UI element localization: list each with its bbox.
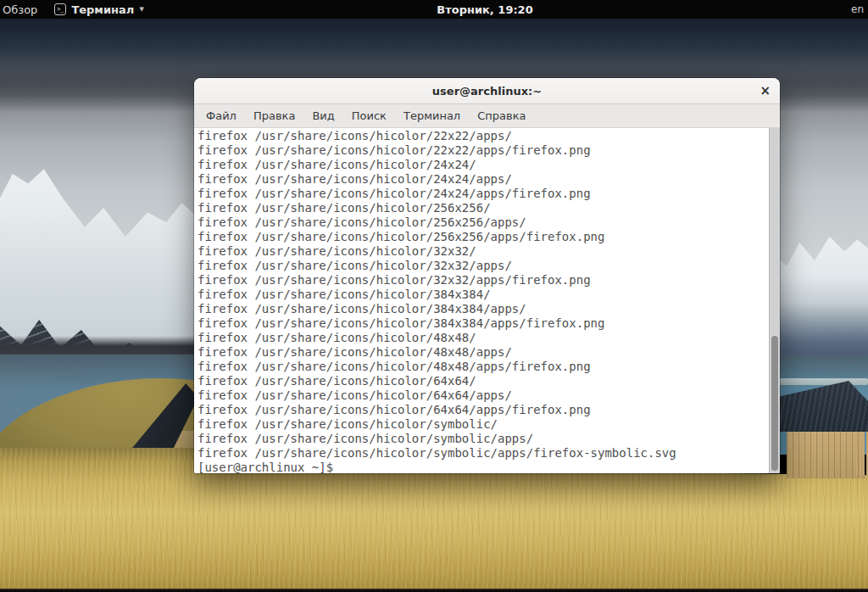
- terminal-content[interactable]: firefox /usr/share/icons/hicolor/22x22/a…: [194, 128, 780, 473]
- terminal-line: firefox /usr/share/icons/hicolor/24x24/: [198, 158, 780, 172]
- terminal-line: firefox /usr/share/icons/hicolor/32x32/a…: [198, 273, 780, 288]
- menu-item[interactable]: Правка: [245, 106, 303, 126]
- window-titlebar[interactable]: user@archlinux:~ ×: [194, 78, 780, 104]
- terminal-line: firefox /usr/share/icons/hicolor/384x384…: [198, 316, 780, 331]
- menu-bar: ФайлПравкаВидПоискТерминалСправка: [194, 104, 780, 128]
- menu-item[interactable]: Справка: [469, 106, 534, 126]
- activities-button[interactable]: Обзор: [0, 3, 44, 16]
- terminal-line: firefox /usr/share/icons/hicolor/32x32/a…: [198, 259, 780, 273]
- terminal-line: firefox /usr/share/icons/hicolor/32x32/: [198, 244, 780, 259]
- scrollbar-thumb[interactable]: [771, 336, 778, 471]
- focused-app-menu[interactable]: >_ Терминал ▼: [54, 3, 143, 16]
- focused-app-label: Терминал: [71, 3, 134, 16]
- terminal-line: firefox /usr/share/icons/hicolor/256x256…: [198, 215, 780, 230]
- screen-bottom-strip: [0, 589, 868, 592]
- terminal-line: firefox /usr/share/icons/hicolor/64x64/a…: [198, 388, 780, 403]
- terminal-line: firefox /usr/share/icons/hicolor/symboli…: [198, 417, 780, 432]
- terminal-line: firefox /usr/share/icons/hicolor/symboli…: [198, 446, 780, 461]
- terminal-line: firefox /usr/share/icons/hicolor/64x64/: [198, 374, 780, 388]
- prompt-line: [user@archlinux ~]$: [198, 461, 780, 473]
- terminal-line: firefox /usr/share/icons/hicolor/symboli…: [198, 432, 780, 446]
- terminal-line: firefox /usr/share/icons/hicolor/384x384…: [198, 302, 780, 316]
- chevron-down-icon: ▼: [139, 6, 143, 13]
- terminal-window: user@archlinux:~ × ФайлПравкаВидПоискТер…: [194, 78, 780, 473]
- menu-item[interactable]: Терминал: [395, 106, 469, 126]
- terminal-line: firefox /usr/share/icons/hicolor/22x22/a…: [198, 129, 780, 143]
- terminal-line: firefox /usr/share/icons/hicolor/64x64/a…: [198, 403, 780, 417]
- clock-button[interactable]: Вторник, 19:20: [437, 3, 532, 16]
- menu-item[interactable]: Поиск: [343, 106, 395, 126]
- terminal-line: firefox /usr/share/icons/hicolor/48x48/a…: [198, 345, 780, 360]
- menu-item[interactable]: Вид: [303, 106, 342, 126]
- terminal-line: firefox /usr/share/icons/hicolor/48x48/: [198, 331, 780, 345]
- wallpaper-fence: [856, 432, 868, 476]
- window-title: user@archlinux:~: [432, 85, 542, 98]
- terminal-line: firefox /usr/share/icons/hicolor/24x24/a…: [198, 172, 780, 187]
- keyboard-layout-indicator[interactable]: en: [851, 3, 864, 15]
- terminal-icon: >_: [54, 3, 66, 15]
- terminal-line: firefox /usr/share/icons/hicolor/22x22/a…: [198, 143, 780, 158]
- close-button[interactable]: ×: [760, 78, 771, 103]
- terminal-output: firefox /usr/share/icons/hicolor/22x22/a…: [198, 129, 780, 461]
- terminal-line: firefox /usr/share/icons/hicolor/384x384…: [198, 288, 780, 302]
- top-bar: Обзор >_ Терминал ▼ Вторник, 19:20 en: [0, 0, 868, 19]
- terminal-line: firefox /usr/share/icons/hicolor/256x256…: [198, 201, 780, 215]
- wallpaper-right-house-wall: [787, 429, 865, 478]
- terminal-line: firefox /usr/share/icons/hicolor/48x48/a…: [198, 360, 780, 374]
- terminal-line: firefox /usr/share/icons/hicolor/24x24/a…: [198, 187, 780, 201]
- menu-item[interactable]: Файл: [198, 106, 245, 126]
- terminal-line: firefox /usr/share/icons/hicolor/256x256…: [198, 230, 780, 244]
- scrollbar-track[interactable]: [769, 128, 780, 473]
